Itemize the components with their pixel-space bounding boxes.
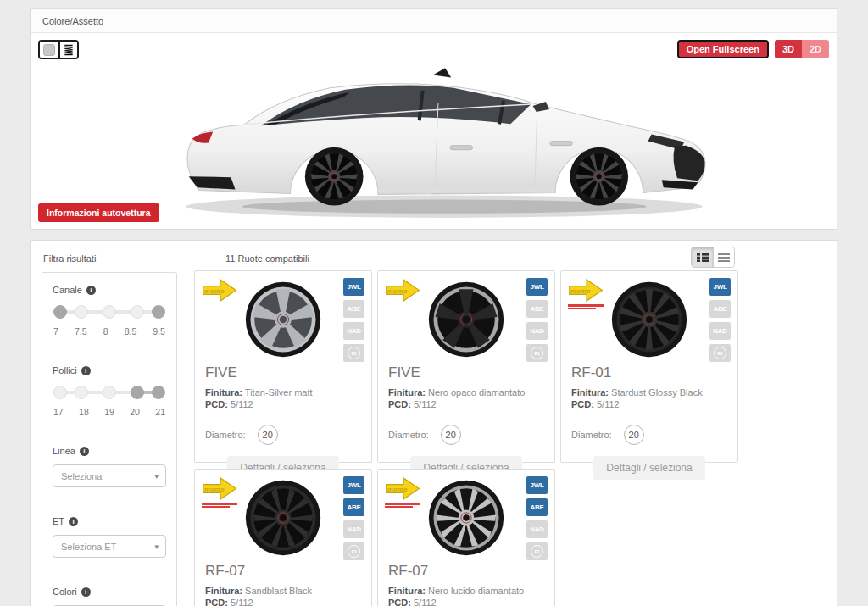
e1-ring: E1 [348, 347, 360, 359]
momo-brand-logo: momo [385, 278, 426, 303]
pollici-ticks: 17 18 19 20 21 [53, 407, 166, 417]
nad-badge: NAD [343, 322, 364, 340]
nad-badge: NAD [709, 322, 731, 340]
info-icon[interactable]: i [80, 447, 89, 456]
jwl-badge: JWL [343, 476, 364, 494]
vehicle-info-button[interactable]: Informazioni autovettura [38, 203, 159, 222]
car-image [147, 48, 732, 226]
filter-group-canale: Canale i 7 7.5 8 8.5 9.5 [42, 275, 176, 338]
suspension-mode-button[interactable] [58, 42, 77, 58]
vehicle-viewer: Open Fullscreen 3D 2D [31, 33, 837, 230]
pcd-label: PCD: [388, 399, 411, 409]
et-select[interactable]: Seleziona ET ▾ [53, 535, 166, 558]
open-fullscreen-button[interactable]: Open Fullscreen [677, 40, 769, 58]
info-icon[interactable]: i [81, 587, 91, 597]
details-select-button[interactable]: Dettagli / seleziona [593, 456, 704, 480]
diametro-label: Diametro: [571, 430, 612, 440]
momo-brand-logo: momo [202, 278, 242, 303]
brand-subtext-bar [568, 308, 596, 309]
view-3d-button[interactable]: 3D [775, 40, 802, 58]
slider-handle[interactable] [103, 386, 116, 399]
info-icon[interactable]: i [81, 366, 91, 375]
certification-badges: JWL ABE NAD E1 [526, 476, 548, 560]
e1-ring: E1 [348, 545, 360, 558]
finitura-label: Finitura: [388, 586, 426, 596]
diameter-badge: 20 [624, 425, 644, 445]
momo-logo-text: momo [387, 486, 408, 493]
momo-brand-logo: momo [568, 278, 609, 309]
slider-handle[interactable] [75, 386, 88, 399]
e1-badge: E1 [526, 344, 548, 362]
wheel-name: FIVE [388, 364, 544, 381]
slider-handle[interactable] [152, 305, 165, 319]
pcd-value: 5/112 [231, 399, 253, 409]
view-toggle [691, 247, 735, 268]
finitura-label: Finitura: [205, 387, 242, 398]
finitura-label: Finitura: [205, 586, 242, 596]
e1-ring: E1 [714, 347, 726, 359]
chevron-down-icon: ▾ [154, 542, 159, 551]
diameter-badge: 20 [441, 425, 461, 445]
pollici-slider [53, 386, 165, 400]
abe-badge: ABE [343, 300, 364, 318]
linea-select[interactable]: Seleziona ▾ [53, 464, 166, 487]
e1-badge: E1 [343, 344, 364, 362]
wheel-card: momo JWL ABE NAD E1 RF-07 Finitura: Sand… [194, 469, 372, 606]
filter-group-colori: Colori i Seleziona Colore ▾ [42, 576, 176, 606]
et-label: ET [53, 516, 64, 526]
panel-title: Colore/Assetto [42, 16, 103, 26]
diameter-badge: 20 [258, 425, 278, 445]
slider-handle[interactable] [53, 386, 67, 399]
pcd-label: PCD: [205, 598, 228, 606]
slider-handle[interactable] [103, 305, 116, 319]
momo-logo-text: momo [204, 486, 225, 493]
grid-view-button[interactable] [692, 247, 713, 267]
five-spoke-black-wheel [420, 280, 513, 359]
slider-handle[interactable] [75, 305, 88, 319]
slider-handle[interactable] [152, 386, 165, 399]
nad-badge: NAD [526, 322, 548, 340]
certification-badges: JWL ABE NAD E1 [343, 278, 364, 362]
chevron-down-icon: ▾ [154, 472, 159, 481]
info-icon[interactable]: i [86, 286, 96, 295]
grid-list-icon [697, 253, 709, 263]
finitura-label: Finitura: [388, 387, 426, 398]
color-assetto-panel: Colore/Assetto Open Fullscreen 3D 2D [30, 8, 837, 230]
wheel-name: FIVE [205, 364, 361, 381]
e1-ring: E1 [531, 347, 543, 359]
e1-badge: E1 [709, 344, 731, 362]
nad-badge: NAD [343, 520, 364, 538]
filter-group-et: ET i Seleziona ET ▾ [42, 506, 176, 559]
results-panel: Filtra risultati 11 Ruote compatibili Ca… [30, 240, 837, 606]
color-swatch-icon [43, 44, 55, 56]
pcd-label: PCD: [571, 399, 594, 409]
slider-handle[interactable] [131, 305, 144, 319]
canale-label: Canale [53, 285, 82, 295]
e1-ring: E1 [531, 545, 543, 558]
filter-sidebar: Canale i 7 7.5 8 8.5 9.5 Pol [42, 272, 177, 606]
slider-handle[interactable] [131, 386, 144, 399]
wheel-card: momo JWL ABE NAD E1 FIVE Finitura: Titan… [194, 270, 372, 463]
colori-label: Colori [53, 587, 77, 597]
color-mode-button[interactable] [40, 42, 58, 58]
pcd-value: 5/112 [597, 399, 620, 409]
pollici-label: Pollici [53, 365, 77, 375]
filter-group-pollici: Pollici i 17 18 19 20 21 [42, 355, 176, 419]
jwl-badge: JWL [526, 476, 548, 494]
slider-handle[interactable] [53, 305, 67, 319]
e1-badge: E1 [343, 542, 364, 560]
abe-badge: ABE [343, 498, 364, 516]
dimension-toggle: 3D 2D [775, 40, 829, 58]
brand-subtext-bar [202, 506, 230, 508]
view-2d-button[interactable]: 2D [802, 40, 829, 58]
filter-title: Filtra risultati [43, 253, 96, 264]
info-icon[interactable]: i [69, 517, 78, 526]
finitura-value: Stardust Glossy Black [611, 387, 703, 398]
spring-icon [63, 44, 75, 56]
momo-logo-text: momo [387, 287, 408, 295]
jwl-badge: JWL [526, 278, 548, 296]
momo-logo-text: momo [204, 287, 225, 295]
linea-label: Linea [53, 446, 75, 456]
finitura-value: Sandblast Black [245, 586, 312, 596]
list-view-button[interactable] [713, 247, 734, 267]
